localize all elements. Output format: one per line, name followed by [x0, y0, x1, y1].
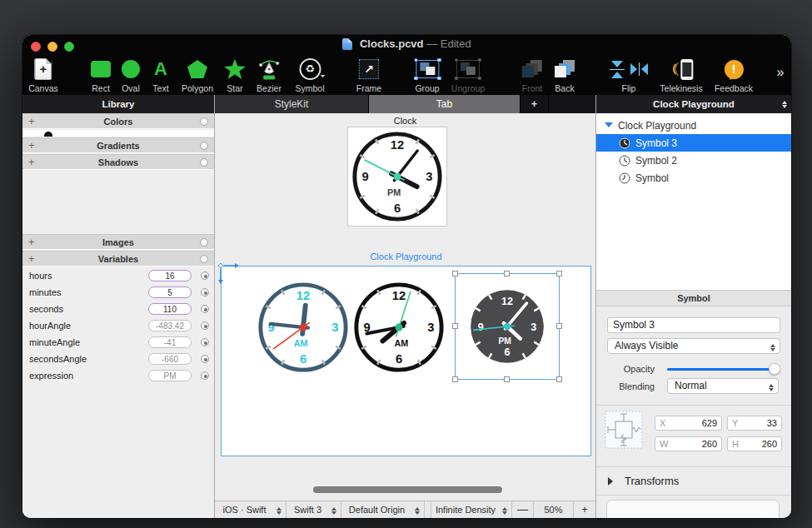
variable-row-minuteAngle[interactable]: minuteAngle -41 [22, 334, 214, 351]
springs-struts-widget[interactable] [605, 411, 643, 449]
playground-label[interactable]: Clock Playground [221, 252, 591, 262]
toolbar-bezier-button[interactable]: Bezier [257, 52, 281, 93]
clock-symbol-master[interactable]: 12 3 6 9 PM [348, 127, 446, 226]
tree-row-symbol[interactable]: Symbol [596, 169, 791, 187]
toolbar-rect-button[interactable]: Rect [91, 52, 111, 93]
toolbar-frame-button[interactable]: ↗ Frame [356, 52, 381, 93]
toolbar-flip-button[interactable]: Flip [610, 52, 648, 93]
minuteAngle-target[interactable] [201, 338, 209, 346]
images-radio[interactable] [200, 238, 208, 247]
tree-row-playground[interactable]: Clock Playground [596, 117, 791, 134]
tab-stylekit[interactable]: StyleKit [215, 95, 369, 113]
variable-row-hourAngle[interactable]: hourAngle -483.42 [22, 317, 214, 334]
resize-handle[interactable] [556, 376, 562, 382]
seconds-target[interactable] [201, 305, 209, 313]
library-section-colors[interactable]: + Colors [22, 113, 214, 129]
symbol-clock-2[interactable]: 12 3 6 9 AM [350, 278, 448, 380]
library-section-images[interactable]: + Images [22, 234, 214, 250]
hours-target[interactable] [201, 271, 209, 280]
color-swatch[interactable] [44, 132, 52, 137]
density-select[interactable]: Infinite Density [431, 501, 512, 518]
toolbar-text-button[interactable]: A Text [152, 52, 168, 93]
zoom-out-button[interactable]: — [512, 501, 534, 518]
platform-select[interactable]: iOS · Swift [215, 501, 286, 518]
library-section-gradients[interactable]: + Gradients [22, 137, 214, 153]
library-section-variables[interactable]: + Variables [22, 251, 214, 266]
shadows-radio[interactable] [200, 158, 208, 167]
origin-select[interactable]: Default Origin [341, 501, 425, 518]
svg-text:3: 3 [427, 321, 434, 334]
resize-handle[interactable] [452, 271, 458, 276]
add-tab-button[interactable]: + [521, 95, 549, 113]
resize-handle[interactable] [556, 323, 562, 329]
opacity-slider[interactable] [667, 368, 778, 371]
toolbar-star-button[interactable]: Star [224, 52, 246, 93]
canvas-area[interactable]: Clock 12 3 6 9 PM Clock Playground [215, 113, 595, 501]
tree-row-symbol3-selected[interactable]: Symbol 3 [596, 134, 791, 152]
variable-row-hours[interactable]: hours 16 [22, 267, 214, 284]
gradients-radio[interactable] [200, 142, 208, 150]
playground-canvas[interactable]: 12 3 6 9 AM 12 [221, 266, 591, 456]
secondsAngle-target[interactable] [201, 355, 209, 363]
toolbar-polygon-button[interactable]: Polygon [182, 52, 213, 93]
symbol-reference-select[interactable]: Clock [606, 500, 780, 518]
variable-row-minutes[interactable]: minutes 5 [22, 284, 214, 301]
resize-handle[interactable] [504, 376, 510, 382]
frame-y-field[interactable]: Y 33 [727, 416, 782, 431]
visibility-select[interactable]: Always Visible [607, 338, 780, 354]
expression-value-field[interactable]: PM [148, 370, 192, 381]
toolbar-canvas-button[interactable]: + Canvas [28, 52, 58, 93]
symbol-clock-3-selected[interactable]: 12 3 6 9 PM [461, 280, 554, 376]
language-select[interactable]: Swift 3 [286, 501, 341, 518]
minutes-target[interactable] [201, 288, 209, 296]
text-icon: A [154, 60, 167, 78]
hourAngle-target[interactable] [201, 321, 209, 330]
add-image-button[interactable]: + [28, 235, 35, 250]
toolbar-oval-button[interactable]: Oval [122, 52, 140, 93]
panel-stepper-icon[interactable] [782, 98, 787, 111]
toolbar-feedback-button[interactable]: ! Feedback [715, 52, 753, 93]
add-color-button[interactable]: + [28, 114, 35, 129]
add-variable-button[interactable]: + [28, 252, 35, 266]
add-shadow-button[interactable]: + [28, 155, 35, 170]
frame-w-field[interactable]: W 260 [655, 436, 722, 451]
tab-tab-selected[interactable]: Tab [369, 95, 521, 113]
svg-text:6: 6 [300, 352, 306, 366]
resize-handle[interactable] [504, 271, 510, 276]
variable-row-secondsAngle[interactable]: secondsAngle -660 [22, 351, 214, 367]
tree-row-symbol2[interactable]: Symbol 2 [596, 152, 791, 169]
horizontal-scrollbar[interactable] [313, 486, 502, 493]
color-swatch-row[interactable] [22, 130, 214, 137]
clock-canvas[interactable]: 12 3 6 9 PM [347, 127, 447, 227]
symbol-clock-1[interactable]: 12 3 6 9 AM [254, 278, 352, 380]
frame-h-field[interactable]: H 260 [727, 436, 782, 451]
hours-value-field[interactable]: 16 [148, 270, 192, 281]
colors-radio[interactable] [200, 117, 208, 126]
symbol-name-field[interactable]: Symbol 3 [607, 317, 780, 333]
toolbar-symbol-button[interactable]: ♻ Symbol [295, 52, 324, 93]
disclosure-triangle-icon[interactable] [605, 122, 613, 132]
add-gradient-button[interactable]: + [28, 138, 35, 153]
resize-handle[interactable] [452, 323, 458, 329]
library-section-shadows[interactable]: + Shadows [22, 154, 214, 170]
expression-target[interactable] [201, 371, 209, 380]
blending-select[interactable]: Normal [667, 378, 779, 394]
toolbar-telekinesis-button[interactable]: Telekinesis [660, 52, 702, 93]
toolbar-overflow-button[interactable]: » [777, 65, 785, 80]
minuteAngle-value-field[interactable]: -41 [148, 336, 192, 348]
variable-row-seconds[interactable]: seconds 110 [22, 301, 214, 317]
variables-radio[interactable] [200, 255, 208, 263]
secondsAngle-value-field[interactable]: -660 [148, 353, 192, 365]
toolbar-group-button[interactable]: Group [415, 52, 439, 93]
hourAngle-value-field[interactable]: -483.42 [148, 320, 192, 331]
opacity-slider-knob[interactable] [769, 363, 780, 375]
transforms-disclosure[interactable]: Transforms [596, 471, 791, 491]
zoom-in-button[interactable]: + [574, 501, 595, 518]
variable-row-expression[interactable]: expression PM [22, 367, 214, 384]
frame-x-field[interactable]: X 629 [655, 416, 722, 431]
resize-handle[interactable] [452, 376, 458, 382]
resize-handle[interactable] [556, 271, 562, 276]
minutes-value-field[interactable]: 5 [148, 286, 192, 298]
toolbar-back-button[interactable]: Back [555, 52, 575, 93]
seconds-value-field[interactable]: 110 [148, 303, 192, 315]
